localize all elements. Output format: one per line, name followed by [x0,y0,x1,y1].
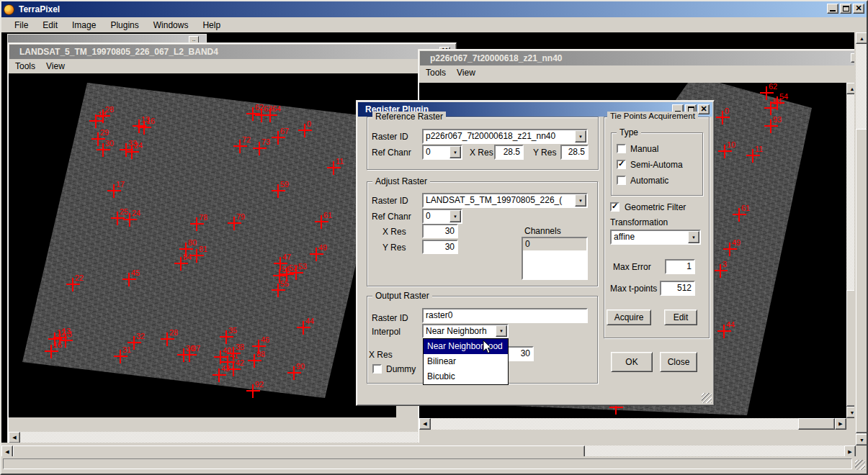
window-resize-grip[interactable] [855,460,865,470]
dummy-checkbox[interactable] [372,364,382,374]
close-button[interactable]: Close [660,352,697,372]
adj-xres-input[interactable]: 30 [422,224,458,238]
max-tpoints-input[interactable]: 512 [660,281,695,296]
app-icon [4,4,14,15]
dialog-resize-grip[interactable] [702,393,712,403]
landsat-menu-tools[interactable]: Tools [15,61,35,71]
ref-xres-label: X Res [470,148,493,158]
geometric-filter-label: Geometric Filter [625,202,686,212]
interpol-combobox[interactable]: Near Neighborh ▼ [422,324,509,338]
mouse-cursor [483,340,493,358]
scroll-up-icon[interactable]: ▲ [846,83,854,94]
chevron-down-icon[interactable]: ▼ [575,194,586,207]
main-vscroll-thumb[interactable] [856,129,868,433]
scroll-left-icon[interactable]: ◀ [9,432,20,443]
ref-xres-input[interactable]: 28.5 [494,145,524,160]
chevron-down-icon[interactable]: ▼ [688,231,699,243]
interpol-option-bilinear[interactable]: Bilinear [424,354,508,369]
interpol-option-bicubic[interactable]: Bicubic [424,369,508,384]
chevron-down-icon[interactable]: ▼ [496,325,507,337]
status-panel [3,458,852,469]
semi-automatic-label: Semi-Automa [630,160,683,170]
menu-image[interactable]: Image [65,19,103,32]
reference-hscroll-thumb[interactable] [798,418,835,430]
adj-raster-id-combobox[interactable]: LANDSAT_5_TM_19970805_226_( ▼ [422,193,588,208]
landsat-window-title: LANDSAT_5_TM_19970805_226_067_L2_BAND4 [19,47,218,57]
main-menubar: File Edit Image Plugins Windows Help [1,17,867,32]
adj-raster-id-label: Raster ID [372,196,408,206]
dialog-close-button[interactable]: ✕ [698,104,710,114]
menu-file[interactable]: File [7,19,35,32]
out-raster-id-label: Raster ID [372,313,408,323]
type-legend: Type [617,127,641,137]
adjust-raster-legend: Adjust Raster [372,176,430,186]
ref-chan-label: Ref Chanr [372,148,411,158]
close-button[interactable]: ✕ [853,4,864,14]
ok-button[interactable]: OK [611,352,653,372]
channels-listbox[interactable]: 0 [522,237,588,280]
reference-hscrollbar[interactable]: ◀ ▶ [419,418,846,430]
terrapixel-application-window: TerraPixel ✕ File Edit Image Plugins Win… [0,0,868,475]
out-xres-label: X Res [369,350,393,360]
adj-xres-label: X Res [382,227,406,237]
menu-plugins[interactable]: Plugins [103,19,146,32]
reference-window-title: p226r067_7t20000618_z21_nn40 [430,53,562,63]
ref-chan-combobox[interactable]: 0 ▼ [422,145,462,160]
register-plugin-dialog: Register Plugin ✕ Reference Raster Raste… [356,100,715,406]
transformation-combobox[interactable]: affine ▼ [610,230,701,245]
mdi-area: ‥ LANDSAT_5_TM_19970805_226_067_L2_BAND4… [1,32,854,443]
adj-chan-combobox[interactable]: 0 ▼ [422,209,462,224]
menu-edit[interactable]: Edit [35,19,65,32]
menu-windows[interactable]: Windows [146,19,196,32]
channels-label: Channels [524,226,561,236]
reference-raster-legend: Reference Raster [372,112,446,122]
adj-yres-label: Y Res [382,243,406,253]
landsat-titlebar[interactable]: LANDSAT_5_TM_19970805_226_067_L2_BAND4 ✕ [9,45,455,59]
scroll-down-icon[interactable]: ▼ [856,434,868,445]
chevron-down-icon[interactable]: ▼ [575,130,586,142]
automatic-checkbox[interactable] [617,176,626,185]
reference-partial-button[interactable] [851,53,854,63]
minimize-button[interactable] [827,4,838,14]
chevron-down-icon[interactable]: ▼ [449,210,461,222]
max-error-label: Max Error [613,262,651,272]
interpol-label: Interpol [372,327,401,337]
scroll-right-icon[interactable]: ▶ [835,418,846,430]
reference-vscroll-thumb[interactable] [846,290,854,407]
reference-titlebar[interactable]: p226r067_7t20000618_z21_nn40 [420,51,854,65]
reference-menubar: Tools View [420,65,854,80]
ref-yres-label: Y Res [533,148,556,158]
edit-button[interactable]: Edit [664,309,697,325]
ref-raster-id-label: Raster ID [372,132,408,142]
landsat-hscrollbar[interactable]: ◀ ▶ [9,432,444,443]
landsat-face-patch [396,405,419,417]
semi-automatic-checkbox[interactable] [617,160,626,169]
landsat-menubar: Tools View [9,59,455,73]
chevron-down-icon[interactable]: ▼ [449,146,461,158]
reference-vscrollbar[interactable]: ▲ ▼ [846,83,854,418]
geometric-filter-checkbox[interactable] [610,202,619,212]
ref-yres-input[interactable]: 28.5 [560,145,589,160]
landsat-menu-view[interactable]: View [46,61,65,71]
acquire-button[interactable]: Acquire [607,309,651,325]
interpol-dropdown-list: Near Neighborhood Bilinear Bicubic [423,338,509,385]
menu-help[interactable]: Help [195,19,228,32]
scroll-left-icon[interactable]: ◀ [419,418,431,430]
status-bar [1,456,867,474]
max-error-input[interactable]: 1 [665,259,695,274]
adj-yres-input[interactable]: 30 [422,240,458,254]
main-titlebar[interactable]: TerraPixel ✕ [1,1,867,17]
channels-item[interactable]: 0 [523,238,586,250]
dummy-label: Dummy [386,364,416,374]
scroll-up-icon[interactable]: ▲ [856,32,868,44]
manual-checkbox[interactable] [617,144,626,153]
transformation-label: Transformation [610,217,668,227]
main-vscrollbar[interactable]: ▲ ▼ [856,32,868,445]
scroll-down-icon[interactable]: ▼ [846,407,854,418]
maximize-button[interactable] [840,4,851,14]
reference-menu-tools[interactable]: Tools [426,68,446,78]
interpol-option-near-neighborhood[interactable]: Near Neighborhood [424,339,508,354]
ref-raster-id-combobox[interactable]: p226r067_7t20000618_z21_nn40 ▼ [422,129,588,144]
out-raster-id-input[interactable]: raster0 [422,308,588,323]
reference-menu-view[interactable]: View [457,68,475,78]
